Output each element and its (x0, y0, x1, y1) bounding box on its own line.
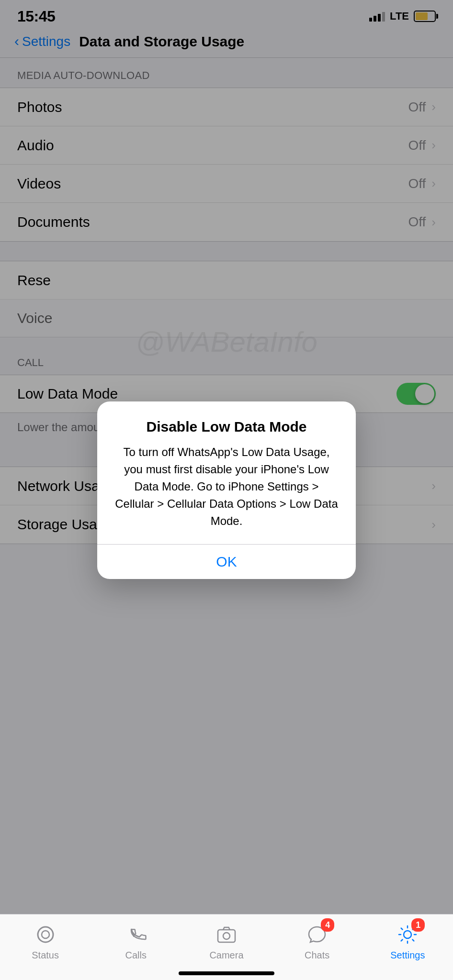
tab-camera[interactable]: Camera (203, 922, 250, 961)
tab-calls[interactable]: Calls (112, 922, 160, 961)
modal-dialog: Disable Low Data Mode To turn off WhatsA… (97, 401, 356, 579)
ok-label: OK (216, 554, 237, 570)
chats-badge: 4 (321, 918, 334, 932)
chats-icon: 4 (305, 922, 329, 947)
tab-chats[interactable]: 4 Chats (293, 922, 341, 961)
modal-overlay: Disable Low Data Mode To turn off WhatsA… (0, 0, 453, 980)
svg-point-4 (404, 931, 411, 938)
modal-title: Disable Low Data Mode (114, 419, 339, 435)
tab-calls-label: Calls (125, 950, 147, 961)
calls-icon (124, 922, 148, 947)
settings-icon: 1 (395, 922, 420, 947)
tab-status-label: Status (32, 950, 59, 961)
tab-status[interactable]: Status (22, 922, 69, 961)
tab-settings[interactable]: 1 Settings (384, 922, 431, 961)
svg-rect-2 (218, 930, 235, 942)
tab-settings-label: Settings (390, 950, 425, 961)
tab-chats-label: Chats (305, 950, 329, 961)
home-indicator (179, 971, 274, 975)
ok-button[interactable]: OK (97, 545, 356, 579)
svg-point-0 (38, 927, 53, 942)
modal-content: Disable Low Data Mode To turn off WhatsA… (97, 401, 356, 544)
svg-point-3 (223, 933, 230, 939)
tab-bar: Status Calls Camera 4 Chats (0, 914, 453, 980)
status-icon (33, 922, 58, 947)
modal-body: To turn off WhatsApp's Low Data Usage, y… (114, 444, 339, 530)
svg-point-1 (42, 931, 49, 938)
camera-icon (214, 922, 239, 947)
tab-camera-label: Camera (209, 950, 243, 961)
settings-badge: 1 (411, 918, 425, 932)
